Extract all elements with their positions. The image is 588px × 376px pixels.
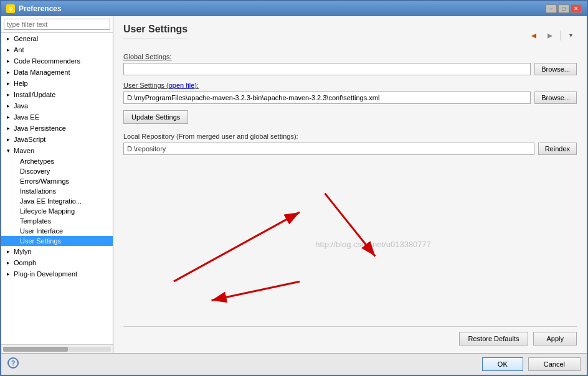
sidebar-item-data-management[interactable]: Data Management	[1, 67, 113, 78]
sidebar-item-install-update[interactable]: Install/Update	[1, 89, 113, 100]
sidebar-item-general[interactable]: General	[1, 33, 113, 44]
arrow-general	[4, 34, 12, 43]
sidebar-item-maven[interactable]: Maven	[1, 145, 113, 156]
content-panel: User Settings ◂ ▸ ▾ Global Settings:	[113, 16, 587, 353]
local-repo-input[interactable]	[123, 143, 534, 155]
arrow-oomph	[4, 258, 12, 267]
sidebar-item-help[interactable]: Help	[1, 78, 113, 89]
help-button[interactable]: ?	[7, 357, 19, 369]
dropdown-button[interactable]: ▾	[565, 30, 577, 40]
sidebar-label-ant: Ant	[12, 46, 24, 54]
global-settings-section: Global Settings: Browse...	[123, 53, 577, 82]
user-settings-row: Browse...	[123, 92, 577, 104]
close-button[interactable]: ✕	[571, 4, 582, 13]
global-browse-button[interactable]: Browse...	[534, 63, 577, 75]
sidebar-label-code-recommenders: Code Recommenders	[12, 57, 80, 65]
sidebar-label-lifecycle-mapping: Lifecycle Mapping	[19, 207, 75, 215]
sidebar-item-discovery[interactable]: Discovery	[1, 166, 113, 176]
sidebar-item-java[interactable]: Java	[1, 100, 113, 111]
user-settings-label: User Settings (open file):	[123, 82, 577, 89]
sidebar-item-ant[interactable]: Ant	[1, 44, 113, 55]
sidebar-label-javascript: JavaScript	[12, 136, 45, 143]
sidebar-item-lifecycle-mapping[interactable]: Lifecycle Mapping	[1, 206, 113, 216]
sidebar-label-templates: Templates	[19, 217, 51, 225]
reindex-button[interactable]: Reindex	[538, 143, 577, 155]
sidebar-label-data-management: Data Management	[12, 68, 70, 76]
search-input[interactable]	[4, 19, 110, 30]
title-bar-left: ⚙ Preferences	[6, 4, 62, 13]
restore-defaults-button[interactable]: Restore Defaults	[459, 332, 529, 345]
sidebar: General Ant Code Recommenders Data Manag…	[1, 16, 113, 353]
sidebar-item-user-settings[interactable]: User Settings	[1, 236, 113, 246]
title-bar: ⚙ Preferences − □ ✕	[1, 1, 587, 16]
window-title: Preferences	[19, 4, 62, 13]
sidebar-label-install-update: Install/Update	[12, 91, 55, 98]
arrow-javascript	[4, 135, 12, 144]
sidebar-label-java: Java	[12, 102, 28, 110]
arrow-java-persistence	[4, 124, 12, 133]
user-settings-label-text: User Settings (	[123, 82, 169, 89]
minimize-button[interactable]: −	[546, 4, 557, 13]
sidebar-label-general: General	[12, 35, 38, 42]
scroll-thumb[interactable]	[3, 347, 68, 352]
panel-title: User Settings	[123, 24, 187, 39]
sidebar-item-errors-warnings[interactable]: Errors/Warnings	[1, 176, 113, 186]
sidebar-label-java-ee: Java EE	[12, 113, 39, 121]
sidebar-item-plug-in-development[interactable]: Plug-in Development	[1, 268, 113, 280]
preferences-icon: ⚙	[6, 4, 15, 13]
sidebar-item-javascript[interactable]: JavaScript	[1, 134, 113, 145]
dropdown-icon: ▾	[569, 32, 572, 39]
sidebar-item-java-persistence[interactable]: Java Persistence	[1, 123, 113, 134]
tree-container[interactable]: General Ant Code Recommenders Data Manag…	[1, 33, 113, 344]
apply-button[interactable]: Apply	[533, 332, 577, 345]
sidebar-item-user-interface[interactable]: User Interface	[1, 226, 113, 236]
arrow-maven	[4, 146, 12, 155]
sidebar-item-oomph[interactable]: Oomph	[1, 257, 113, 268]
watermark-area: http://blog.csdn.net/u013380777	[123, 161, 577, 326]
sidebar-label-errors-warnings: Errors/Warnings	[19, 177, 69, 185]
sidebar-item-mylyn[interactable]: Mylyn	[1, 246, 113, 257]
cancel-button[interactable]: Cancel	[528, 357, 581, 371]
sidebar-item-code-recommenders[interactable]: Code Recommenders	[1, 55, 113, 67]
ok-button[interactable]: OK	[482, 357, 523, 371]
sidebar-label-maven: Maven	[12, 147, 34, 154]
sidebar-label-plug-in-development: Plug-in Development	[12, 270, 77, 278]
toolbar-buttons: ◂ ▸ ▾	[527, 27, 577, 43]
user-settings-input[interactable]	[123, 92, 531, 104]
forward-button[interactable]: ▸	[543, 27, 557, 43]
sidebar-item-archetypes[interactable]: Archetypes	[1, 156, 113, 166]
footer-spacer	[24, 357, 477, 371]
content-header: User Settings ◂ ▸ ▾	[123, 24, 577, 47]
scroll-track[interactable]	[3, 347, 111, 352]
search-box	[1, 16, 113, 33]
sidebar-item-templates[interactable]: Templates	[1, 216, 113, 226]
local-repo-row: Reindex	[123, 143, 577, 155]
local-repo-label: Local Repository (From merged user and g…	[123, 133, 577, 140]
user-settings-label-end: ):	[194, 82, 199, 89]
watermark-text: http://blog.csdn.net/u013380777	[315, 239, 431, 248]
sidebar-label-user-interface: User Interface	[19, 227, 63, 235]
sidebar-item-installations[interactable]: Installations	[1, 186, 113, 196]
maximize-button[interactable]: □	[558, 4, 569, 13]
sidebar-label-java-persistence: Java Persistence	[12, 125, 66, 132]
sidebar-label-help: Help	[12, 80, 28, 87]
svg-line-1	[174, 212, 300, 281]
update-settings-button[interactable]: Update Settings	[123, 110, 188, 124]
main-content: General Ant Code Recommenders Data Manag…	[1, 16, 587, 353]
sidebar-item-java-ee-integration[interactable]: Java EE Integratio...	[1, 196, 113, 206]
sidebar-item-java-ee[interactable]: Java EE	[1, 111, 113, 123]
sidebar-label-java-ee-integration: Java EE Integratio...	[19, 197, 82, 205]
sidebar-label-archetypes: Archetypes	[19, 157, 54, 165]
sidebar-label-mylyn: Mylyn	[12, 248, 32, 255]
global-settings-input[interactable]	[123, 63, 531, 75]
dialog-footer: ? OK Cancel	[1, 353, 587, 375]
sidebar-horizontal-scrollbar[interactable]	[1, 344, 113, 353]
arrow-java	[4, 101, 12, 110]
back-button[interactable]: ◂	[527, 27, 541, 43]
arrow-mylyn	[4, 247, 12, 256]
user-browse-button[interactable]: Browse...	[534, 92, 577, 104]
global-settings-label: Global Settings:	[123, 53, 577, 60]
arrow-data-management	[4, 68, 12, 77]
sidebar-label-user-settings: User Settings	[19, 237, 61, 245]
open-file-link[interactable]: open file	[169, 82, 195, 89]
